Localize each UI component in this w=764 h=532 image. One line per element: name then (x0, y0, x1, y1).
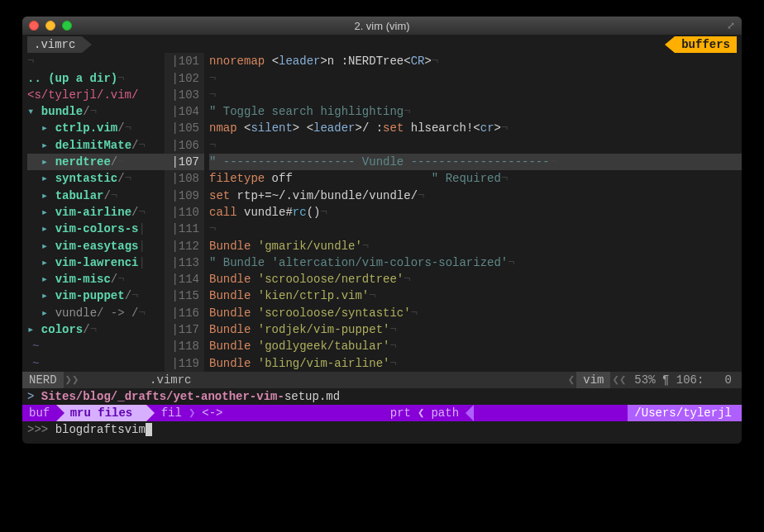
code-area[interactable]: nnoremap <leader>n :NERDTree<CR>¬¬¬" Tog… (204, 53, 742, 372)
status-nerd: NERD (22, 372, 64, 388)
tilde-line: ~ (27, 338, 165, 354)
line-number: |101 (165, 53, 204, 69)
buffers-label: buffers (681, 38, 730, 51)
line-number: |118 (165, 338, 204, 354)
code-line[interactable]: Bundle 'rodjek/vim-puppet'¬ (209, 321, 742, 338)
tree-item[interactable]: ▸ vim-misc/¬ (27, 271, 165, 287)
separator-left-icon: ❮❮ (610, 372, 628, 388)
ctrlp-mode-buf[interactable]: buf (22, 405, 56, 421)
tree-root-path: <s/tylerjl/.vim/ (27, 87, 165, 103)
ctrlp-regex-indicator: <-> (195, 405, 229, 421)
line-number: |112 (165, 238, 204, 254)
terminal-window: 2. vim (vim) ⤢ .vimrc buffers ¬.. (up a … (22, 17, 742, 444)
ctrlp-result-line[interactable]: > Sites/blog/_drafts/yet-another-vim-set… (22, 388, 742, 405)
tree-item[interactable]: ▸ vim-airline/¬ (27, 204, 165, 221)
ctrlp-input[interactable]: blogdraftsvim (55, 423, 146, 436)
airline-statusline: NERD ❯❯ .vimrc ❮ vim ❮❮ 53% ¶ 106: 0 (22, 372, 742, 388)
tilde-line: ~ (27, 355, 165, 372)
code-line[interactable]: Bundle 'bling/vim-airline'¬ (209, 355, 742, 372)
line-number: |116 (165, 305, 204, 321)
line-number: |108 (165, 170, 204, 187)
code-line[interactable]: Bundle 'godlygeek/tabular'¬ (209, 338, 742, 354)
line-number: |117 (165, 321, 204, 338)
window-title: 2. vim (vim) (22, 20, 742, 32)
code-line[interactable]: " Toggle search highlighting¬ (209, 103, 742, 120)
tree-item[interactable]: ▸ tabular/¬ (27, 188, 165, 204)
buffers-indicator[interactable]: buffers (675, 36, 737, 53)
line-number: |102 (165, 70, 204, 87)
chevron-left-icon: ❮ (418, 405, 424, 421)
code-line[interactable]: call vundle#rc()¬ (209, 204, 742, 221)
ctrlp-prt-label: prt (384, 405, 418, 421)
line-number: |115 (165, 287, 204, 304)
code-line[interactable]: nmap <silent> <leader>/ :set hlsearch!<c… (209, 120, 742, 136)
code-line[interactable]: " Bundle 'altercation/vim-colors-solariz… (209, 254, 742, 271)
ctrlp-mode-fil[interactable]: fil (155, 405, 189, 421)
code-line[interactable]: ¬ (209, 87, 742, 103)
titlebar[interactable]: 2. vim (vim) ⤢ (22, 17, 742, 35)
status-position: 53% ¶ 106: 0 (628, 372, 742, 388)
line-number: |105 (165, 120, 204, 136)
close-icon[interactable] (29, 21, 39, 31)
tree-item[interactable]: ▸ vim-colors-s| (27, 221, 165, 237)
code-line[interactable]: " ------------------- Vundle -----------… (209, 154, 742, 170)
tree-item[interactable]: ▸ vundle/ -> /¬ (27, 305, 165, 321)
zoom-icon[interactable] (62, 21, 72, 31)
line-gutter: |101|102|103|104|105|106|107|108|109|110… (165, 53, 204, 372)
line-number: |103 (165, 87, 204, 103)
traffic-lights (29, 21, 72, 31)
result-caret-icon: > (27, 390, 41, 403)
result-rest: setup.md (284, 390, 340, 403)
separator-icon: ❯❯ (64, 372, 81, 388)
prompt-symbol: >>> (27, 423, 48, 436)
minimize-icon[interactable] (45, 21, 55, 31)
ctrlp-path-label: path (424, 405, 466, 421)
code-line[interactable]: Bundle 'kien/ctrlp.vim'¬ (209, 287, 742, 304)
status-filename: .vimrc (80, 372, 566, 388)
tree-item[interactable]: ▸ syntastic/¬ (27, 170, 165, 187)
buffer-tabbar: .vimrc buffers (22, 36, 742, 53)
line-number: |113 (165, 254, 204, 271)
tree-item[interactable]: ▸ vim-easytags| (27, 238, 165, 254)
tree-item[interactable]: ▸ colors/¬ (27, 321, 165, 338)
line-number: |119 (165, 355, 204, 372)
ctrlp-prompt[interactable]: >>> blogdraftsvim (22, 421, 742, 438)
separator-left-icon: ❮ (566, 372, 576, 388)
code-line[interactable]: nnoremap <leader>n :NERDTree<CR>¬ (209, 53, 742, 69)
chevron-right-icon (146, 405, 155, 421)
code-line[interactable]: ¬ (209, 137, 742, 154)
line-number: |111 (165, 221, 204, 237)
tree-item[interactable]: ▾ bundle/¬ (27, 103, 165, 120)
terminal-content: .vimrc buffers ¬.. (up a dir)¬<s/tylerjl… (22, 35, 742, 444)
code-line[interactable]: Bundle 'gmarik/vundle'¬ (209, 238, 742, 254)
line-number: |107 (165, 154, 204, 170)
code-line[interactable]: ¬ (209, 221, 742, 237)
tree-updir[interactable]: .. (up a dir)¬ (27, 70, 165, 87)
cursor-icon (146, 423, 152, 436)
result-match: Sites/blog/_drafts/yet-another-vim- (41, 390, 284, 403)
line-number: |114 (165, 271, 204, 287)
code-line[interactable]: Bundle 'scrooloose/nerdtree'¬ (209, 271, 742, 287)
tree-item[interactable]: ▸ vim-puppet/¬ (27, 287, 165, 304)
ctrlp-statusline: buf mru files fil ❯ <-> prt ❮ path /User… (22, 405, 742, 421)
line-number: |106 (165, 137, 204, 154)
tree-item[interactable]: ▸ nerdtree/¬ (27, 154, 165, 170)
fullscreen-icon[interactable]: ⤢ (727, 20, 735, 32)
chevron-right-icon (56, 405, 64, 421)
code-line[interactable]: set rtp+=~/.vim/bundle/vundle/¬ (209, 188, 742, 204)
ctrlp-path: /Users/tylerjl (628, 405, 742, 421)
code-line[interactable]: ¬ (209, 70, 742, 87)
tree-item[interactable]: ▸ delimitMate/¬ (27, 137, 165, 154)
tree-header: ¬ (27, 53, 165, 69)
tab-vimrc[interactable]: .vimrc (27, 36, 82, 53)
ctrlp-mode-mru[interactable]: mru files (56, 405, 146, 421)
nerdtree-sidebar[interactable]: ¬.. (up a dir)¬<s/tylerjl/.vim/▾ bundle/… (22, 53, 165, 372)
line-number: |110 (165, 204, 204, 221)
code-line[interactable]: filetype off " Required¬ (209, 170, 742, 187)
chevron-right-icon: ❯ (189, 405, 195, 421)
tree-item[interactable]: ▸ ctrlp.vim/¬ (27, 120, 165, 136)
code-line[interactable]: Bundle 'scrooloose/syntastic'¬ (209, 305, 742, 321)
tree-item[interactable]: ▸ vim-lawrenci| (27, 254, 165, 271)
line-number: |109 (165, 188, 204, 204)
status-filetype: vim (576, 372, 610, 388)
